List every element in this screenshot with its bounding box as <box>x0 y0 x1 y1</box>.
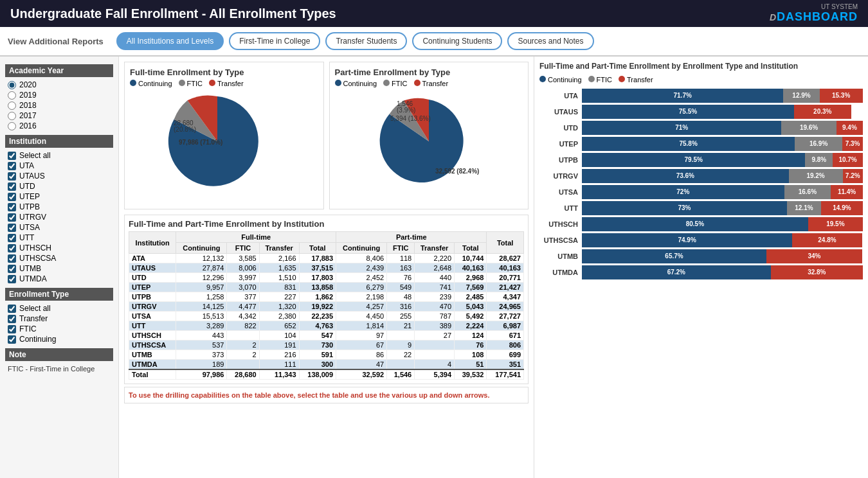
table-cell: 443 <box>176 331 227 341</box>
table-cell: 104 <box>259 331 299 341</box>
table-cell: 8,406 <box>336 254 387 263</box>
year-2017[interactable]: 2017 <box>5 111 113 121</box>
inst-uthscsa[interactable]: UTHSCSA <box>5 253 113 263</box>
year-2018[interactable]: 2018 <box>5 100 113 111</box>
fulltime-legend: Continuing FTIC Transfer <box>130 80 318 87</box>
year-2016[interactable]: 2016 <box>5 121 113 131</box>
nav-btn-sources[interactable]: Sources and Notes <box>507 32 593 50</box>
inst-utep[interactable]: UTEP <box>5 191 113 202</box>
table-cell: 177,541 <box>487 369 524 380</box>
table-cell: 741 <box>415 283 455 292</box>
table-cell: 97 <box>336 331 387 341</box>
bar-seg-transfer: 15.3% <box>820 89 863 103</box>
nav-btn-continuing[interactable]: Continuing Students <box>412 32 502 50</box>
inst-utpb[interactable]: UTPB <box>5 202 113 212</box>
th-ft-total: Total <box>299 243 336 254</box>
bar-seg-transfer: 11.4% <box>831 185 863 199</box>
bar-row: UTMB65.7%34% <box>539 249 863 263</box>
inst-uta[interactable]: UTA <box>5 161 113 171</box>
table-cell: 14,125 <box>176 302 227 312</box>
bar-row: UTEP75.8%16.9%7.3% <box>539 137 863 151</box>
table-cell: Total <box>129 369 176 380</box>
table-cell: 2,439 <box>336 263 387 273</box>
table-cell: 39,532 <box>455 369 487 380</box>
bar-label: UTRGV <box>539 172 578 180</box>
table-cell <box>387 331 415 341</box>
enroll-continuing[interactable]: Continuing <box>5 334 113 344</box>
bar-row: UTHSCH80.5%19.5% <box>539 217 863 231</box>
enroll-transfer[interactable]: Transfer <box>5 314 113 324</box>
right-panel: Full-Time and Part-Time Enrollment by En… <box>534 57 868 478</box>
bar-label: UTAUS <box>539 108 578 116</box>
view-additional-reports-link[interactable]: View Additional Reports <box>8 37 104 46</box>
charts-row: Full-time Enrollment by Type Continuing … <box>124 62 529 209</box>
inst-uthsch[interactable]: UTHSCH <box>5 243 113 253</box>
table-cell: 2,648 <box>415 263 455 273</box>
note-box: To use the drilling capabilities on the … <box>124 387 529 403</box>
table-cell: 4,450 <box>336 312 387 321</box>
table-cell: 652 <box>259 321 299 331</box>
bar-seg-continuing: 74.9% <box>582 233 792 247</box>
stacked-bar: 71.7%12.9%15.3% <box>582 89 863 103</box>
inst-utmda[interactable]: UTMDA <box>5 274 113 284</box>
table-cell: 1,814 <box>336 321 387 331</box>
table-cell: 40,163 <box>487 263 524 273</box>
bar-seg-ftic: 19.6% <box>781 121 836 135</box>
inst-utmb[interactable]: UTMB <box>5 263 113 274</box>
table-cell: 7,569 <box>455 283 487 292</box>
table-cell: 28,680 <box>227 369 259 380</box>
bar-seg-continuing: 71% <box>582 121 781 135</box>
th-pt-total: Total <box>455 243 487 254</box>
enroll-select-all[interactable]: Select all <box>5 303 113 314</box>
table-cell: 822 <box>227 321 259 331</box>
svg-text:32,592 (82.4%): 32,592 (82.4%) <box>435 168 479 175</box>
table-cell <box>227 360 259 370</box>
bar-seg-transfer: 34% <box>766 249 862 263</box>
th-ft-cont: Continuing <box>176 243 227 254</box>
table-cell: 40,163 <box>455 263 487 273</box>
table-cell: 9,957 <box>176 283 227 292</box>
th-pt-ftic: FTIC <box>387 243 415 254</box>
bar-seg-continuing: 73.6% <box>582 169 789 183</box>
th-parttime: Part-time <box>336 232 487 243</box>
year-2020[interactable]: 2020 <box>5 80 113 90</box>
parttime-pie-container: 32,592 (82.4%) 5,394 (13.6%) 1,546 (3.9%… <box>335 90 523 193</box>
bar-seg-transfer: 20.3% <box>794 105 851 119</box>
table-cell: 76 <box>387 273 415 283</box>
inst-utd[interactable]: UTD <box>5 181 113 191</box>
table-cell: 4,342 <box>227 312 259 321</box>
table-cell: 138,009 <box>299 369 336 380</box>
inst-utrgv[interactable]: UTRGV <box>5 212 113 222</box>
year-2019[interactable]: 2019 <box>5 90 113 100</box>
table-cell: 549 <box>387 283 415 292</box>
table-cell: 191 <box>259 341 299 350</box>
inst-utaus[interactable]: UTAUS <box>5 171 113 181</box>
enroll-ftic[interactable]: FTIC <box>5 324 113 334</box>
inst-select-all[interactable]: Select all <box>5 150 113 161</box>
table-cell: 97,986 <box>176 369 227 380</box>
table-cell: UTAUS <box>129 263 176 273</box>
bar-row: UTRGV73.6%19.2%7.2% <box>539 169 863 183</box>
parttime-legend: Continuing FTIC Transfer <box>335 80 523 87</box>
table-cell: 3,289 <box>176 321 227 331</box>
stacked-bar: 73%12.1%14.9% <box>582 201 863 215</box>
nav-btn-all-institutions[interactable]: All Institutions and Levels <box>116 32 224 50</box>
fulltime-chart-title: Full-time Enrollment by Type <box>130 67 318 77</box>
table-cell: 67 <box>336 341 387 350</box>
table-cell: ATA <box>129 254 176 263</box>
table-cell: 11,343 <box>259 369 299 380</box>
table-cell: 227 <box>259 292 299 302</box>
table-cell: 547 <box>299 331 336 341</box>
table-cell: 537 <box>176 341 227 350</box>
inst-utsa[interactable]: UTSA <box>5 222 113 233</box>
right-panel-title: Full-Time and Part-Time Enrollment by En… <box>539 62 863 72</box>
bar-seg-continuing: 72% <box>582 185 784 199</box>
bar-row: UTSA72%16.6%11.4% <box>539 185 863 199</box>
left-panel: Academic Year 2020 2019 2018 2017 2016 I… <box>0 57 119 478</box>
nav-btn-ftic[interactable]: First-Time in College <box>229 32 320 50</box>
inst-utt[interactable]: UTT <box>5 233 113 243</box>
nav-btn-transfer[interactable]: Transfer Students <box>325 32 407 50</box>
table-cell: 10,744 <box>455 254 487 263</box>
table-cell: 24,965 <box>487 302 524 312</box>
table-cell: 2,485 <box>455 292 487 302</box>
